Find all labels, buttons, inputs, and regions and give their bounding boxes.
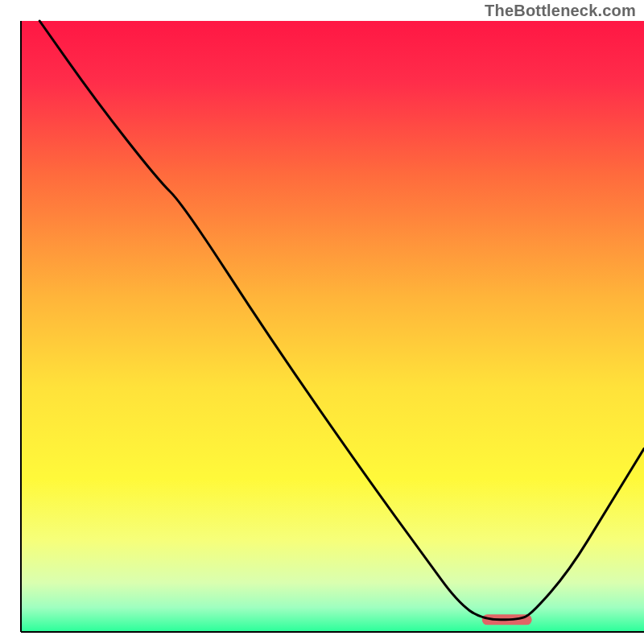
bottleneck-chart bbox=[0, 0, 644, 644]
chart-container: TheBottleneck.com bbox=[0, 0, 644, 644]
gradient-background bbox=[21, 21, 644, 632]
watermark-label: TheBottleneck.com bbox=[485, 2, 636, 20]
